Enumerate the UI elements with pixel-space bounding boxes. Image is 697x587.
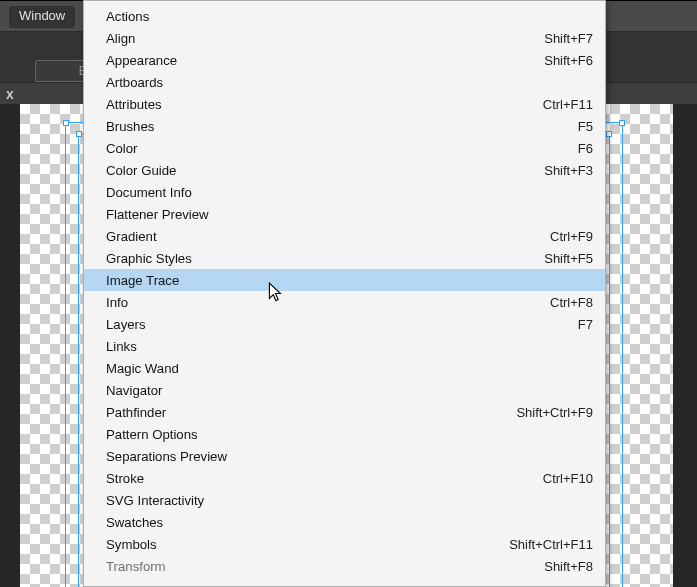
window-menu-dropdown: ActionsAlignShift+F7AppearanceShift+F6Ar… <box>83 0 606 587</box>
menu-item-label: Navigator <box>106 383 593 398</box>
menu-item-label: Symbols <box>106 537 509 552</box>
menu-item[interactable]: PathfinderShift+Ctrl+F9 <box>84 401 605 423</box>
menu-item-label: Graphic Styles <box>106 251 544 266</box>
menu-item[interactable]: Graphic StylesShift+F5 <box>84 247 605 269</box>
menu-item-label: Stroke <box>106 471 543 486</box>
menu-item-shortcut: Shift+F7 <box>544 31 593 46</box>
menu-item-label: Info <box>106 295 550 310</box>
menu-item[interactable]: Actions <box>84 5 605 27</box>
menu-item-label: Brushes <box>106 119 578 134</box>
menu-item-shortcut: Shift+F8 <box>544 559 593 574</box>
menu-item[interactable]: LayersF7 <box>84 313 605 335</box>
menu-item[interactable]: SymbolsShift+Ctrl+F11 <box>84 533 605 555</box>
menu-item-shortcut: Shift+F5 <box>544 251 593 266</box>
menu-item[interactable]: Flattener Preview <box>84 203 605 225</box>
menu-item[interactable]: Magic Wand <box>84 357 605 379</box>
menu-item[interactable]: AlignShift+F7 <box>84 27 605 49</box>
menu-item[interactable]: TransformShift+F8 <box>84 555 605 577</box>
menu-item-label: SVG Interactivity <box>106 493 593 508</box>
menu-item[interactable]: Separations Preview <box>84 445 605 467</box>
menu-item-label: Artboards <box>106 75 593 90</box>
menu-item-label: Document Info <box>106 185 593 200</box>
menu-item-label: Pattern Options <box>106 427 593 442</box>
menu-item-label: Color <box>106 141 578 156</box>
menu-item-label: Separations Preview <box>106 449 593 464</box>
menu-window[interactable]: Window <box>9 6 75 28</box>
menu-item-shortcut: Ctrl+F10 <box>543 471 593 486</box>
menu-item[interactable]: StrokeCtrl+F10 <box>84 467 605 489</box>
menu-item-shortcut: Shift+Ctrl+F9 <box>516 405 593 420</box>
menu-item-label: Color Guide <box>106 163 544 178</box>
menu-item-label: Align <box>106 31 544 46</box>
menu-item-shortcut: F7 <box>578 317 593 332</box>
menu-item-label: Links <box>106 339 593 354</box>
menu-item[interactable]: SVG Interactivity <box>84 489 605 511</box>
menu-item-label: Pathfinder <box>106 405 516 420</box>
menu-item[interactable]: Links <box>84 335 605 357</box>
menu-item-label: Transform <box>106 559 544 574</box>
menu-item[interactable]: Color GuideShift+F3 <box>84 159 605 181</box>
menu-item[interactable]: ColorF6 <box>84 137 605 159</box>
menu-item[interactable]: Swatches <box>84 511 605 533</box>
menu-item[interactable]: AttributesCtrl+F11 <box>84 93 605 115</box>
menu-item[interactable]: GradientCtrl+F9 <box>84 225 605 247</box>
menu-item-label: Swatches <box>106 515 593 530</box>
menu-item-shortcut: Ctrl+F8 <box>550 295 593 310</box>
menu-item-label: Flattener Preview <box>106 207 593 222</box>
menu-item-label: Attributes <box>106 97 543 112</box>
menu-item-label: Actions <box>106 9 593 24</box>
document-tab-close-icon[interactable]: x <box>0 83 14 105</box>
menu-item[interactable]: Pattern Options <box>84 423 605 445</box>
menu-item-label: Gradient <box>106 229 550 244</box>
menu-item[interactable]: Document Info <box>84 181 605 203</box>
menu-item[interactable]: InfoCtrl+F8 <box>84 291 605 313</box>
menu-item-shortcut: Ctrl+F11 <box>543 97 593 112</box>
menu-item-shortcut: F5 <box>578 119 593 134</box>
menu-item[interactable]: AppearanceShift+F6 <box>84 49 605 71</box>
menu-item-shortcut: Shift+Ctrl+F11 <box>509 537 593 552</box>
menu-item-shortcut: F6 <box>578 141 593 156</box>
menu-item-shortcut: Shift+F3 <box>544 163 593 178</box>
menu-item[interactable]: Image Trace <box>84 269 605 291</box>
menu-item[interactable]: Navigator <box>84 379 605 401</box>
menu-item[interactable]: BrushesF5 <box>84 115 605 137</box>
menu-item-shortcut: Shift+F6 <box>544 53 593 68</box>
menu-item-label: Image Trace <box>106 273 593 288</box>
menu-item[interactable]: Artboards <box>84 71 605 93</box>
menu-item-label: Layers <box>106 317 578 332</box>
menu-item-label: Appearance <box>106 53 544 68</box>
menu-item-label: Magic Wand <box>106 361 593 376</box>
menu-item-shortcut: Ctrl+F9 <box>550 229 593 244</box>
